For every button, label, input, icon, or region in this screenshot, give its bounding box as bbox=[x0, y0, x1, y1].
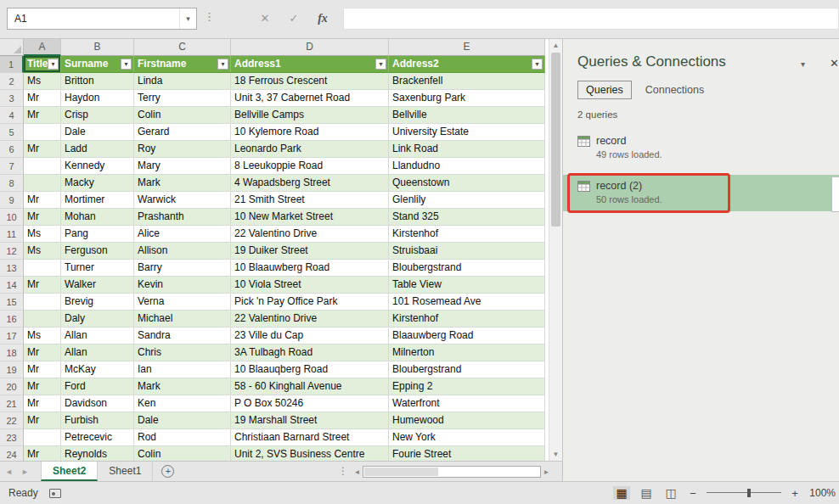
table-cell[interactable]: Haydon bbox=[61, 90, 134, 107]
table-cell[interactable]: 10 Kylemore Road bbox=[231, 124, 389, 141]
zoom-slider-thumb[interactable] bbox=[747, 489, 751, 497]
table-cell[interactable] bbox=[24, 294, 61, 311]
table-cell[interactable]: Mr bbox=[24, 141, 61, 158]
scroll-left-icon[interactable]: ◄ bbox=[352, 468, 363, 476]
table-cell[interactable]: Brackenfell bbox=[389, 73, 545, 90]
table-cell[interactable]: Roy bbox=[134, 141, 231, 158]
row-header-8[interactable]: 8 bbox=[0, 175, 24, 192]
row-header-14[interactable]: 14 bbox=[0, 277, 24, 294]
enter-icon[interactable]: ✓ bbox=[282, 8, 306, 30]
table-cell[interactable]: Mr bbox=[24, 277, 61, 294]
table-cell[interactable]: Walker bbox=[61, 277, 134, 294]
row-header-15[interactable]: 15 bbox=[0, 294, 24, 311]
table-cell[interactable]: Bellville bbox=[389, 107, 545, 124]
horizontal-scrollbar-track[interactable] bbox=[363, 466, 541, 478]
filter-dropdown-icon[interactable]: ▾ bbox=[121, 59, 132, 70]
table-cell[interactable]: Furbish bbox=[61, 412, 134, 429]
table-cell[interactable]: Kennedy bbox=[61, 158, 134, 175]
column-header-D[interactable]: D bbox=[231, 39, 389, 56]
table-cell[interactable]: Reynolds bbox=[61, 446, 134, 461]
scroll-right-icon[interactable]: ► bbox=[541, 468, 552, 476]
vertical-scrollbar-thumb[interactable] bbox=[551, 53, 560, 227]
page-layout-view-icon[interactable]: ▤ bbox=[638, 486, 655, 500]
row-header-18[interactable]: 18 bbox=[0, 344, 24, 361]
query-item-record[interactable]: record 49 rows loaded. bbox=[563, 130, 839, 166]
table-cell[interactable]: 58 - 60 Kinghall Avenue bbox=[231, 378, 389, 395]
table-cell[interactable]: Kevin bbox=[134, 277, 231, 294]
table-cell[interactable]: Unit 2, SVS Business Centre bbox=[231, 446, 389, 461]
table-cell[interactable]: Pick 'n Pay Office Park bbox=[231, 294, 389, 311]
sheet-tab-sheet2[interactable]: Sheet2 bbox=[41, 462, 98, 481]
row-header-1[interactable]: 1 bbox=[0, 56, 24, 73]
table-cell[interactable]: Ms bbox=[24, 328, 61, 344]
record-macro-icon[interactable] bbox=[49, 489, 61, 498]
table-cell[interactable]: Christiaan Barnard Street bbox=[231, 429, 389, 446]
table-cell[interactable]: Mr bbox=[24, 90, 61, 107]
row-header-24[interactable]: 24 bbox=[0, 446, 24, 461]
table-cell[interactable]: Gerard bbox=[134, 124, 231, 141]
table-cell[interactable]: Alice bbox=[134, 226, 231, 243]
table-cell[interactable]: Kirstenhof bbox=[389, 311, 545, 328]
insert-function-icon[interactable]: fx bbox=[311, 8, 335, 30]
row-header-11[interactable]: 11 bbox=[0, 226, 24, 243]
sheet-tab-sheet1[interactable]: Sheet1 bbox=[98, 462, 153, 481]
table-cell[interactable]: McKay bbox=[61, 361, 134, 378]
table-cell[interactable]: Dale bbox=[61, 124, 134, 141]
row-header-4[interactable]: 4 bbox=[0, 107, 24, 124]
table-cell[interactable]: Epping 2 bbox=[389, 378, 545, 395]
table-header-cell[interactable]: Firstname▾ bbox=[134, 56, 231, 73]
table-cell[interactable]: Colin bbox=[134, 107, 231, 124]
table-cell[interactable]: Mr bbox=[24, 395, 61, 412]
table-cell[interactable]: Allison bbox=[134, 243, 231, 260]
table-header-cell[interactable]: Address1▾ bbox=[231, 56, 389, 73]
table-cell[interactable]: 10 Viola Street bbox=[231, 277, 389, 294]
table-cell[interactable]: Ferguson bbox=[61, 243, 134, 260]
table-cell[interactable]: 8 Leeukoppie Road bbox=[231, 158, 389, 175]
table-cell[interactable]: Link Road bbox=[389, 141, 545, 158]
filter-dropdown-icon[interactable]: ▾ bbox=[375, 59, 386, 70]
zoom-level-label[interactable]: 100% bbox=[808, 487, 836, 499]
tab-queries[interactable]: Queries bbox=[577, 81, 632, 99]
row-header-19[interactable]: 19 bbox=[0, 361, 24, 378]
table-cell[interactable]: 22 Valentino Drive bbox=[231, 226, 389, 243]
query-item-record-2[interactable]: record (2) 50 rows loaded. bbox=[563, 175, 839, 211]
filter-dropdown-icon[interactable]: ▾ bbox=[217, 59, 228, 70]
table-header-cell[interactable]: Title▾ bbox=[24, 56, 61, 73]
table-cell[interactable]: Mr bbox=[24, 446, 61, 461]
table-cell[interactable]: Terry bbox=[134, 90, 231, 107]
table-cell[interactable]: Warwick bbox=[134, 192, 231, 209]
row-header-12[interactable]: 12 bbox=[0, 243, 24, 260]
page-break-view-icon[interactable]: ◫ bbox=[662, 486, 679, 500]
table-cell[interactable]: Ms bbox=[24, 243, 61, 260]
table-cell[interactable]: Leonardo Park bbox=[231, 141, 389, 158]
row-header-17[interactable]: 17 bbox=[0, 328, 24, 344]
row-header-3[interactable]: 3 bbox=[0, 90, 24, 107]
row-header-2[interactable]: 2 bbox=[0, 73, 24, 90]
table-cell[interactable]: Ms bbox=[24, 226, 61, 243]
table-cell[interactable]: Pang bbox=[61, 226, 134, 243]
filter-dropdown-icon[interactable]: ▾ bbox=[48, 59, 59, 70]
add-sheet-icon[interactable]: + bbox=[161, 465, 174, 478]
table-cell[interactable]: Ladd bbox=[61, 141, 134, 158]
table-cell[interactable]: Britton bbox=[61, 73, 134, 90]
tab-connections[interactable]: Connections bbox=[645, 81, 705, 99]
table-cell[interactable]: Table View bbox=[389, 277, 545, 294]
table-cell[interactable]: Crisp bbox=[61, 107, 134, 124]
table-cell[interactable]: Ken bbox=[134, 395, 231, 412]
table-cell[interactable]: Macky bbox=[61, 175, 134, 192]
scroll-up-icon[interactable]: ▲ bbox=[549, 39, 562, 52]
table-cell[interactable] bbox=[24, 158, 61, 175]
column-header-A[interactable]: A bbox=[24, 39, 61, 56]
table-cell[interactable] bbox=[24, 311, 61, 328]
table-cell[interactable]: Mortimer bbox=[61, 192, 134, 209]
row-header-22[interactable]: 22 bbox=[0, 412, 24, 429]
sheetbar-splitter-icon[interactable]: ⋮ bbox=[338, 465, 348, 477]
table-cell[interactable]: Verna bbox=[134, 294, 231, 311]
row-header-10[interactable]: 10 bbox=[0, 209, 24, 226]
table-cell[interactable]: Davidson bbox=[61, 395, 134, 412]
table-cell[interactable]: 22 Valentino Drive bbox=[231, 311, 389, 328]
row-header-16[interactable]: 16 bbox=[0, 311, 24, 328]
row-header-21[interactable]: 21 bbox=[0, 395, 24, 412]
table-cell[interactable]: 3A Tulbagh Road bbox=[231, 344, 389, 361]
horizontal-scrollbar-thumb[interactable] bbox=[364, 468, 438, 476]
